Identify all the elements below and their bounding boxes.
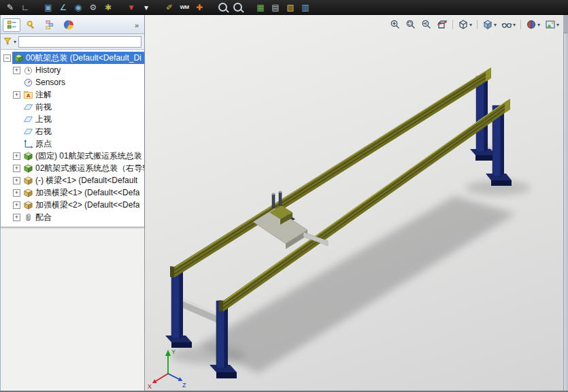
tree-item-crossbeam-1[interactable]: + (-) 横梁<1> (Default<Default (1, 174, 144, 186)
propertymanager-icon (26, 20, 36, 30)
tab-propertymanager[interactable] (22, 18, 39, 32)
triad-y-label: Y (171, 348, 176, 355)
expander-icon[interactable]: − (3, 54, 11, 62)
dropdown-chevron-icon[interactable]: ▾ (537, 22, 540, 28)
featuremanager-panel: » ▾ − 00航架总装 (Default<Default_Di + Histo… (0, 15, 145, 392)
tree-item-history[interactable]: + History (1, 64, 144, 76)
hide-show-items-button[interactable]: ▾ (500, 18, 517, 31)
tree-item-label: 上视 (35, 114, 52, 125)
expander-icon[interactable]: + (13, 152, 20, 160)
tree-item-reinforce-beam-2[interactable]: + 加强横梁<2> (Default<<Defa (1, 199, 144, 211)
tree-item-right-plane[interactable]: 右视 (1, 125, 144, 137)
triad-x-label: X (148, 383, 152, 390)
tab-featuremanager[interactable] (3, 18, 20, 32)
search-document-icon[interactable] (231, 1, 244, 14)
tree-item-label: (固定) 01航架式搬运系统总装 ( (35, 150, 144, 162)
dropdown-chevron-icon[interactable]: ▾ (469, 22, 472, 28)
previous-view-button[interactable] (420, 18, 433, 31)
origin-icon (23, 139, 33, 149)
tree-item-top-plane[interactable]: 上视 (1, 113, 144, 125)
expander-icon[interactable]: + (13, 214, 20, 221)
display-style-button[interactable]: ▾ (481, 18, 498, 31)
tree-item-subassembly-02[interactable]: + 02航架式搬运系统总装（右导轨 (1, 162, 144, 174)
print-icon[interactable]: ▤ (269, 1, 282, 14)
part-icon (23, 188, 33, 198)
zoom-fit-button[interactable] (388, 18, 402, 31)
featuremanager-tree-icon (7, 20, 17, 30)
glasses-icon (501, 19, 512, 30)
taskpane-strip (563, 15, 568, 392)
tree-item-sensors[interactable]: Sensors (1, 76, 144, 88)
plane-icon (23, 102, 33, 112)
tree-item-label: 00航架总装 (Default<Default_Di (26, 52, 141, 64)
toolbar-separator (477, 20, 478, 29)
zoom-area-button[interactable] (404, 18, 418, 31)
expander-icon[interactable]: + (13, 177, 20, 184)
appearance-ball-icon (526, 19, 537, 30)
toolbar-separator (520, 20, 521, 29)
tree-item-reinforce-beam-1[interactable]: + 加强横梁<1> (Default<<Defa (1, 186, 144, 199)
tab-configurationmanager[interactable] (41, 18, 59, 32)
screen-capture-icon[interactable]: ▣ (41, 1, 55, 14)
tree-item-label: 02航架式搬运系统总装（右导轨 (35, 163, 144, 174)
tree-item-label: Sensors (35, 78, 65, 87)
assembly-icon (23, 151, 33, 161)
sketch-icon[interactable]: ✎ (3, 1, 17, 14)
taskpane-tab[interactable] (563, 15, 568, 33)
tree-item-front-plane[interactable]: 前视 (1, 101, 144, 113)
image-capture-icon[interactable]: ▦ (254, 1, 267, 14)
toolbar-separator (452, 20, 453, 29)
toolbox-icon[interactable]: WM (178, 1, 191, 14)
edit-sketch-icon[interactable]: ✐ (163, 1, 176, 14)
graphics-area[interactable]: ▾ ▾ ▾ ▾ (145, 15, 563, 392)
panel-tabs-overflow-button[interactable]: » (131, 21, 142, 29)
gantry-model-3d: Y X Z (145, 15, 563, 392)
tree-item-label: 右视 (35, 126, 52, 137)
measure-icon[interactable]: ∠ (56, 1, 70, 14)
section-view-icon (437, 19, 448, 30)
document-icon[interactable]: ▥ (299, 1, 312, 14)
section-view-button[interactable] (435, 18, 449, 31)
mates-paperclip-icon (23, 212, 33, 223)
magnifier-glyph (233, 3, 242, 12)
sensors-icon (23, 78, 33, 88)
apply-scene-button[interactable]: ▾ (544, 18, 561, 31)
tree-item-root-assembly[interactable]: − 00航架总装 (Default<Default_Di (1, 52, 144, 64)
tree-item-subassembly-01[interactable]: + (固定) 01航架式搬运系统总装 ( (1, 150, 144, 162)
tree-item-mates[interactable]: + 配合 (1, 211, 144, 223)
tree-item-label: 加强横梁<1> (Default<<Defa (35, 187, 139, 199)
annotations-icon: A (23, 90, 33, 100)
tree-item-origin[interactable]: 原点 (1, 137, 144, 150)
magnifier-glyph (218, 3, 227, 12)
dropdown-chevron-icon[interactable]: ▾ (513, 22, 516, 28)
tab-displaymanager[interactable] (60, 18, 78, 32)
filter-dropdown-icon[interactable]: ▾ (139, 1, 153, 14)
zoom-icon[interactable] (216, 1, 229, 14)
dropdown-chevron-icon[interactable]: ▾ (494, 22, 497, 28)
filter-funnel-icon[interactable] (3, 37, 12, 46)
mass-properties-icon[interactable]: ◉ (71, 1, 85, 14)
insert-component-icon[interactable]: ✚ (193, 1, 206, 14)
expander-icon[interactable]: + (13, 165, 20, 172)
triad-z-label: Z (182, 382, 186, 389)
expander-icon[interactable]: + (13, 67, 20, 74)
assembly-icon (23, 163, 33, 174)
tree-item-annotations[interactable]: + A 注解 (1, 88, 144, 101)
note-icon[interactable]: ▧ (284, 1, 297, 14)
dropdown-chevron-icon[interactable]: ▾ (556, 22, 559, 28)
corner-line-icon[interactable]: ∟ (18, 1, 32, 14)
feature-tree: − 00航架总装 (Default<Default_Di + History S… (1, 50, 144, 227)
filter-input[interactable] (18, 36, 141, 48)
expander-icon[interactable]: + (13, 201, 20, 209)
view-orientation-button[interactable]: ▾ (456, 18, 473, 31)
plane-icon (23, 114, 33, 125)
edit-appearance-button[interactable]: ▾ (524, 18, 541, 31)
tree-item-label: 加强横梁<2> (Default<<Defa (35, 199, 139, 211)
gear-icon[interactable]: ⚙ (86, 1, 100, 14)
tools-icon[interactable]: ✱ (101, 1, 115, 14)
expander-icon[interactable]: + (13, 189, 20, 197)
tree-item-label: 注解 (35, 89, 52, 101)
filter-chevron-icon[interactable]: ▾ (14, 39, 16, 45)
expander-icon[interactable]: + (13, 91, 20, 99)
selection-filter-icon[interactable]: ▼ (124, 1, 138, 14)
